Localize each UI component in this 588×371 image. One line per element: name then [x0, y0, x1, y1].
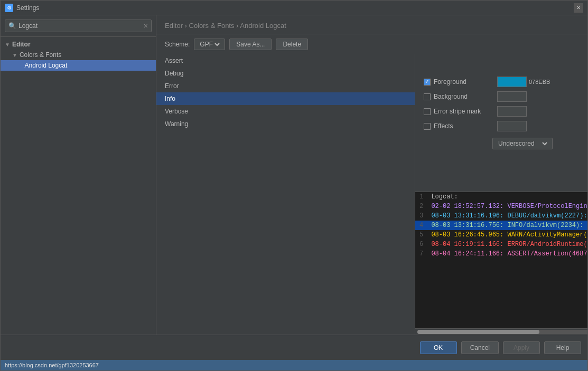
sidebar-item-label: Android Logcat: [25, 62, 68, 69]
effects-label: Effects: [434, 122, 497, 130]
scrollbar-area[interactable]: [415, 328, 587, 335]
sidebar-item-colors-fonts[interactable]: ▼ Colors & Fonts: [1, 50, 156, 60]
close-button[interactable]: ✕: [574, 3, 583, 13]
error-stripe-row: Error stripe mark: [424, 106, 587, 117]
arrow-icon: ▼: [12, 52, 17, 58]
search-icon: 🔍: [8, 22, 16, 30]
effects-checkbox[interactable]: [424, 123, 431, 130]
app-icon: ⚙: [5, 4, 13, 12]
two-panel: Assert Debug Error Info Verbose: [156, 54, 587, 335]
tree-area: ▼ Editor ▼ Colors & Fonts Android Logcat: [1, 37, 156, 335]
console-text-2: 02-02 18:52:57.132: VERBOSE/ProtocolEngi…: [431, 203, 587, 210]
scrollbar-thumb[interactable]: [417, 330, 539, 334]
error-stripe-color-box[interactable]: [497, 106, 527, 117]
console-text-7: 08-04 16:24:11.166: ASSERT/Assertion(468…: [431, 250, 587, 258]
list-item-error[interactable]: Error: [156, 80, 415, 92]
list-item-warning[interactable]: Warning: [156, 118, 415, 130]
list-item-verbose[interactable]: Verbose: [156, 105, 415, 118]
scheme-select[interactable]: GPF: [198, 40, 221, 49]
console-line-1: 1 Logcat:: [415, 192, 587, 202]
content-area: 🔍 × ▼ Editor ▼ Colors & Fonts Android Lo…: [1, 15, 587, 335]
status-text: https://blog.csdn.net/gpf1320253667: [5, 362, 99, 368]
console-text-6: 08-04 16:19:11.166: ERROR/AndroidRuntime…: [431, 241, 587, 248]
console-text-1: Logcat:: [431, 193, 458, 201]
background-row: Background: [424, 91, 587, 102]
search-input-wrapper: 🔍 ×: [5, 20, 152, 32]
console-line-4: 4 08-03 13:31:16.756: INFO/dalvikvm(2234…: [415, 221, 587, 230]
console-line-6: 6 08-04 16:19:11.166: ERROR/AndroidRunti…: [415, 240, 587, 249]
error-stripe-label: Error stripe mark: [434, 108, 497, 115]
bold-italic-row: Bold Italic: [424, 63, 587, 70]
delete-button[interactable]: Delete: [276, 39, 308, 50]
console-line-7: 7 08-04 16:24:11.166: ASSERT/Assertion(4…: [415, 249, 587, 259]
effects-select-wrapper[interactable]: Underscored: [492, 138, 553, 149]
foreground-color-box[interactable]: [497, 77, 527, 87]
ok-button[interactable]: OK: [420, 341, 457, 354]
scheme-select-wrapper[interactable]: GPF: [194, 39, 225, 50]
list-panel: Assert Debug Error Info Verbose: [156, 54, 415, 335]
save-as-button[interactable]: Save As...: [229, 39, 272, 50]
sidebar-item-editor[interactable]: ▼ Editor: [1, 39, 156, 50]
console-line-5: 5 08-03 16:26:45.965: WARN/ActivityManag…: [415, 230, 587, 240]
scheme-label: Scheme:: [165, 41, 190, 48]
clear-icon[interactable]: ×: [144, 22, 148, 30]
effects-dropdown-row: Underscored: [424, 136, 587, 149]
effects-row: Effects: [424, 121, 587, 131]
cancel-button[interactable]: Cancel: [461, 341, 499, 354]
background-checkbox[interactable]: [424, 93, 431, 100]
foreground-row: Foreground 078EBB: [424, 77, 587, 87]
status-bar: https://blog.csdn.net/gpf1320253667: [1, 360, 587, 370]
list-items: Assert Debug Error Info Verbose: [156, 54, 415, 335]
arrow-icon: [20, 63, 23, 69]
list-item-info[interactable]: Info: [156, 92, 415, 105]
settings-window: ⚙ Settings ✕ 🔍 × ▼ Editor ▼: [0, 0, 588, 371]
window-controls: ✕: [574, 3, 583, 13]
inherited-area: Use inherited attributes 'Console→Standa…: [424, 158, 587, 183]
foreground-label: Foreground: [434, 78, 497, 85]
breadcrumb-text: Editor › Colors & Fonts › Android Logcat: [165, 22, 286, 30]
sidebar-item-android-logcat[interactable]: Android Logcat: [1, 60, 156, 71]
background-label: Background: [434, 93, 497, 100]
sidebar: 🔍 × ▼ Editor ▼ Colors & Fonts Android Lo…: [1, 15, 156, 335]
apply-button[interactable]: Apply: [503, 341, 540, 354]
arrow-icon: ▼: [5, 42, 10, 47]
bottom-bar: OK Cancel Apply Help: [1, 335, 587, 360]
window-title: Settings: [16, 4, 39, 12]
main-content: Editor › Colors & Fonts › Android Logcat…: [156, 15, 587, 335]
list-item-debug[interactable]: Debug: [156, 67, 415, 80]
breadcrumb: Editor › Colors & Fonts › Android Logcat: [156, 15, 587, 34]
error-stripe-checkbox[interactable]: [424, 108, 431, 115]
help-button[interactable]: Help: [544, 341, 581, 354]
console-text-3: 08-03 13:31:16.196: DEBUG/dalvikvm(2227)…: [431, 212, 587, 220]
console-line-3: 3 08-03 13:31:16.196: DEBUG/dalvikvm(222…: [415, 211, 587, 221]
search-bar: 🔍 ×: [1, 15, 156, 37]
background-color-box[interactable]: [497, 91, 527, 102]
title-bar: ⚙ Settings ✕: [1, 1, 587, 15]
foreground-hex: 078EBB: [529, 79, 550, 85]
console-preview: 1 Logcat: 2 02-02 18:52:57.132: VERBOSE/…: [415, 192, 587, 328]
scrollbar-track[interactable]: [417, 330, 587, 334]
effects-select[interactable]: Underscored: [496, 139, 549, 148]
search-input[interactable]: [18, 22, 144, 30]
sidebar-item-label: Colors & Fonts: [20, 51, 61, 59]
sidebar-item-label: Editor: [12, 41, 31, 48]
list-item-assert[interactable]: Assert: [156, 54, 415, 67]
scheme-row: Scheme: GPF Save As... Delete: [156, 34, 587, 54]
options-area: Bold Italic Foreground 0: [415, 54, 587, 192]
console-text-5: 08-03 16:26:45.965: WARN/ActivityManager…: [431, 231, 587, 239]
console-text-4: 08-03 13:31:16.756: INFO/dalvikvm(2234):…: [431, 222, 587, 229]
preview-panel: Bold Italic Foreground 0: [415, 54, 587, 335]
console-line-2: 2 02-02 18:52:57.132: VERBOSE/ProtocolEn…: [415, 202, 587, 211]
foreground-checkbox[interactable]: [424, 79, 431, 85]
effects-color-box[interactable]: [497, 121, 527, 131]
